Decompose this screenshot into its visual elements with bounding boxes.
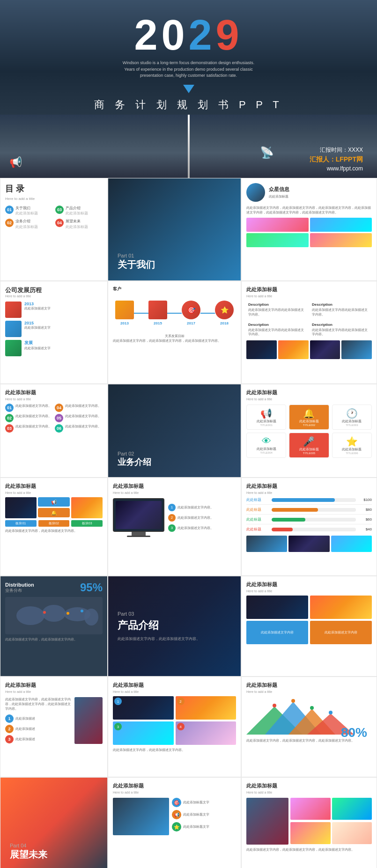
np-num-1: 1	[114, 698, 122, 705]
dt-row-2: 此处标题 $80	[246, 507, 372, 515]
kc-img	[113, 798, 169, 835]
nl-num-1: 01	[5, 404, 14, 412]
person-content: 此处添加描述文字内容，此处添加描述文字内容，此处添加描述文字内容，此处添加描述文…	[5, 697, 103, 744]
kci-3: ⭐ 此处添加标题文字	[172, 822, 236, 831]
np-item-1: 1	[113, 696, 174, 720]
timeline-year-2: 2015	[24, 321, 51, 325]
ml-text-3: 此处添加描述文字内容。	[177, 526, 214, 530]
row-company: 公司发展历程 Here to add a title 2013 此处添加描述文字…	[0, 281, 377, 384]
dt-cat-3: 此处标题	[246, 517, 270, 522]
icon-label-4: 此处添加标题	[250, 447, 283, 451]
nl-num-3: 03	[5, 424, 14, 433]
np-item-3: 3	[113, 721, 174, 745]
np-img-4	[176, 721, 237, 745]
part03-title: 产品介绍	[118, 618, 231, 633]
timeline-year-1: 2013	[24, 302, 51, 306]
desc-item-2: Description 此处添加描述文字内容此处添加描述文字内容。	[310, 301, 372, 319]
pt-img-1	[290, 798, 331, 820]
icon-sub-3: TITLE003	[335, 424, 369, 427]
pt-sub: Here to add a title	[246, 791, 372, 794]
kci-icon-2: 📢	[172, 810, 181, 819]
ml-item-2: 2 此处添加描述文字内容。	[168, 514, 236, 522]
person-sub: Here to add a title	[5, 690, 103, 693]
kci-1: 🎯 此处添加标题文字	[172, 798, 236, 807]
dist-header: Distribution 业务分布 95%	[5, 581, 103, 594]
dt-fill-2	[272, 508, 318, 512]
numbered-list-cell: 此处添加标题 Here to add a title 01 此处添加描述文字内容…	[0, 384, 108, 478]
icon-label-2: 此处添加标题	[292, 419, 325, 424]
desc-img-3	[310, 340, 340, 359]
dt-fill-1	[272, 498, 335, 502]
icon-label-5: 此处添加标题	[292, 447, 325, 452]
nl-item-4: 04 此处添加描述文字内容。	[55, 404, 103, 412]
dt-row-1: 此处标题 $100	[246, 497, 372, 505]
client-timeline-cell: 客户 2013 2015 🎯 2017	[108, 281, 241, 384]
icon-sub-2: TITLE002	[292, 424, 325, 427]
ht-img-1	[115, 301, 134, 319]
ht-line-1	[134, 313, 148, 314]
row-toc: 目 录 Here to add a title 01 关于我们此处添加标题 03…	[0, 178, 377, 281]
pt-title: 此处添加标题	[246, 782, 372, 789]
kci-icon-3: ⭐	[172, 822, 181, 831]
row-numbered: 此处添加标题 Here to add a title 01 此处添加描述文字内容…	[0, 384, 377, 478]
ht-img-2	[148, 301, 167, 319]
dt-img-1	[246, 536, 287, 552]
timeline-year-3: 发展	[24, 340, 51, 346]
client-desc: 关系发展目标	[113, 334, 236, 338]
monitor-stand	[132, 532, 146, 536]
person-image	[74, 697, 103, 744]
speaker-icon: 📢	[9, 156, 22, 169]
part04-title: 展望未来	[10, 848, 98, 861]
gallery-icon-2: 🔔	[38, 508, 69, 517]
desc-text-1: 此处添加描述文字内容此处添加描述文字内容。	[248, 308, 306, 317]
timeline-img-2	[5, 321, 22, 337]
kci-text-2: 此处添加标题文字	[183, 812, 209, 817]
toc-text-2: 业务介绍此处添加标题	[15, 219, 38, 229]
part04-label: Part 04	[10, 843, 98, 848]
ml-item-1: 1 此处添加描述文字内容。	[168, 504, 236, 511]
company-dev-sub: Here to add a title	[5, 294, 103, 298]
icons-title: 此处添加标题	[246, 389, 372, 396]
tag-2: 板块02	[38, 520, 70, 527]
pt-content	[246, 798, 372, 845]
dt-bar-4	[272, 528, 356, 531]
desc-img-1	[246, 340, 277, 359]
part02-image-cell: Part 02 业务介绍	[108, 384, 241, 478]
pt-grid	[290, 798, 372, 845]
icon-sub-5: TITLE005	[292, 452, 325, 455]
toc-item-4: 04 展望未来此处添加标题	[55, 219, 103, 229]
mountain-chart-container: 80%	[246, 697, 372, 736]
company-dev-cell: 公司发展历程 Here to add a title 2013 此处添加描述文字…	[0, 281, 108, 384]
toc-text-3: 产品介绍此处添加标题	[66, 206, 88, 216]
ps-2: 2 此处添加描述	[5, 725, 71, 733]
svg-point-6	[81, 610, 83, 612]
mc-percent: 80%	[341, 725, 367, 740]
nl-item-3: 03 此处添加描述文字内容。	[5, 424, 53, 433]
collage-img-2	[310, 596, 372, 619]
toc-title: 目 录	[5, 183, 103, 194]
dt-val-2: $80	[358, 508, 372, 512]
ht-img-3: 🎯	[182, 301, 200, 319]
world-map	[5, 597, 103, 634]
svg-point-1	[42, 605, 66, 622]
monitor-sub: Here to add a title	[113, 491, 236, 494]
ml-num-2: 2	[168, 514, 176, 522]
pt-img-3	[290, 822, 331, 844]
timeline-text-1: 此处添加描述文字	[24, 306, 51, 311]
dt-row-3: 此处标题 $60	[246, 517, 372, 524]
thumb-1	[246, 218, 309, 232]
world-map-svg	[7, 599, 101, 632]
monitor-cell: 此处添加标题 Here to add a title 1 此处添加描述文字内容。…	[108, 478, 241, 576]
ps-3: 3 此处添加描述	[5, 735, 71, 743]
keyboard-cell: 此处添加标题 Here to add a title 🎯 此处添加标题文字 📢 …	[108, 777, 241, 868]
dist-percent: 95%	[80, 581, 103, 594]
part01-title: 关于我们	[118, 258, 155, 271]
icon-cell-2: 🔔 此处添加标题 TITLE002	[289, 405, 329, 430]
reporter: 汇报人：LFPPT网	[310, 155, 363, 164]
icon-cell-1: 📢 此处添加标题 TITLE001	[246, 405, 286, 430]
row-part04: Part 04 展望未来 此处添加标题 Here to add a title …	[0, 777, 377, 868]
dt-val-1: $100	[358, 498, 372, 502]
monitor-base	[127, 536, 150, 537]
np-desc: 此处添加描述文字内容，此处添加描述文字内容。	[113, 748, 236, 752]
about-thumbs	[246, 218, 372, 247]
